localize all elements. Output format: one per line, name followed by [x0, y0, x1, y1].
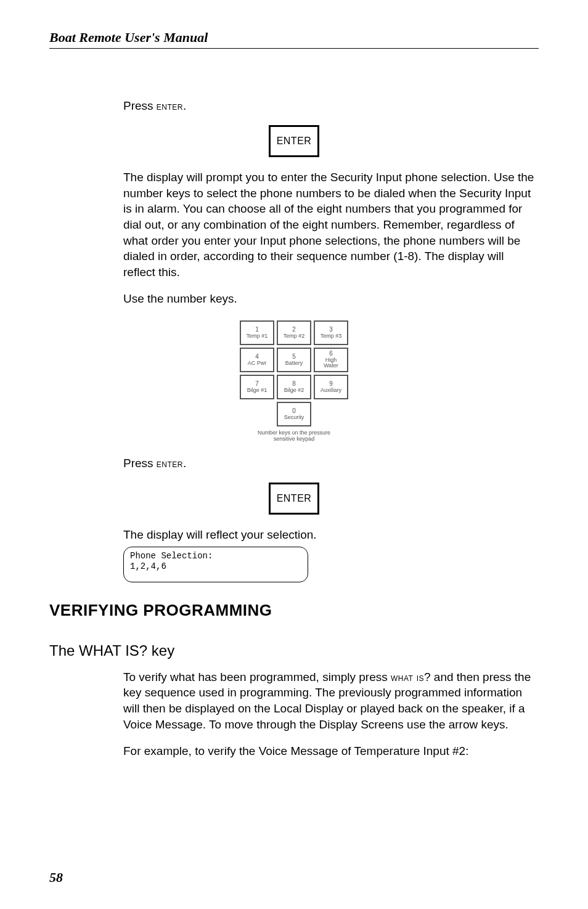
keypad-wrap: 1Temp #1 2Temp #2 3Temp #3 4AC Pwr 5Batt…	[237, 318, 351, 442]
press-enter-2: Press enter.	[123, 455, 539, 471]
key-label: Auxiliary	[321, 387, 341, 393]
keypad: 1Temp #1 2Temp #2 3Temp #3 4AC Pwr 5Batt…	[237, 318, 351, 429]
enter-key-icon: ENTER	[269, 125, 320, 157]
display-reflect-selection: The display will reflect your selection.	[123, 527, 539, 543]
what-is-smallcaps: what is	[391, 672, 424, 683]
key-1: 1Temp #1	[240, 320, 274, 345]
key-label: Bilge #1	[247, 387, 267, 393]
lcd-display: Phone Selection: 1,2,4,6	[123, 547, 308, 582]
security-phone-paragraph: The display will prompt you to enter the…	[123, 169, 539, 280]
key-label: Security	[284, 414, 304, 420]
key-4: 4AC Pwr	[240, 348, 274, 372]
caption-line: sensitive keypad	[274, 436, 315, 442]
enter-key-figure-1: ENTER	[49, 125, 539, 157]
lcd-line-1: Phone Selection:	[130, 551, 301, 562]
caption-line: Number keys on the pressure	[258, 430, 330, 436]
body-column: Press enter.	[123, 98, 539, 114]
key-label: Battery	[285, 360, 303, 366]
head-rule	[49, 48, 539, 49]
key-2: 2Temp #2	[277, 320, 311, 345]
key-0: 0Security	[277, 402, 311, 426]
enter-smallcaps: enter	[157, 458, 183, 470]
lcd-line-2: 1,2,4,6	[130, 561, 301, 573]
key-label: Temp #2	[284, 333, 305, 339]
key-9: 9Auxiliary	[314, 375, 348, 399]
page-number: 58	[49, 870, 63, 886]
key-6: 6High Water	[314, 348, 348, 372]
keypad-figure: 1Temp #1 2Temp #2 3Temp #3 4AC Pwr 5Batt…	[49, 318, 539, 443]
key-8: 8Bilge #2	[277, 375, 311, 399]
enter-key-figure-2: ENTER	[49, 483, 539, 515]
key-label: AC Pwr	[248, 360, 267, 366]
document-page: Boat Remote User's Manual Press enter. E…	[0, 0, 588, 909]
text: .	[183, 457, 186, 470]
key-label: Temp #1	[247, 333, 268, 339]
enter-key-icon: ENTER	[269, 483, 320, 515]
body-column: To verify what has been programmed, simp…	[123, 669, 539, 760]
text: Press	[123, 457, 157, 470]
key-blank	[314, 402, 348, 426]
enter-smallcaps: enter	[157, 100, 183, 112]
what-is-key-heading: The WHAT IS? key	[49, 642, 539, 659]
verify-paragraph: To verify what has been programmed, simp…	[123, 669, 539, 733]
key-blank	[240, 402, 274, 426]
text: .	[183, 99, 186, 112]
key-label: Bilge #2	[284, 387, 304, 393]
key-label: Temp #3	[321, 333, 342, 339]
body-column: The display will prompt you to enter the…	[123, 169, 539, 307]
use-number-keys: Use the number keys.	[123, 291, 539, 307]
example-paragraph: For example, to verify the Voice Message…	[123, 743, 539, 759]
press-enter-1: Press enter.	[123, 98, 539, 114]
key-label: High Water	[324, 357, 338, 369]
text: To verify what has been programmed, simp…	[123, 671, 391, 683]
body-column: The display will reflect your selection.…	[123, 527, 539, 582]
text: Press	[123, 99, 157, 112]
key-5: 5Battery	[277, 348, 311, 372]
verifying-programming-heading: VERIFYING PROGRAMMING	[49, 601, 539, 620]
running-head: Boat Remote User's Manual	[49, 30, 539, 46]
keypad-caption: Number keys on the pressure sensitive ke…	[237, 430, 351, 442]
key-3: 3Temp #3	[314, 320, 348, 345]
body-column: Press enter.	[123, 455, 539, 471]
key-7: 7Bilge #1	[240, 375, 274, 399]
